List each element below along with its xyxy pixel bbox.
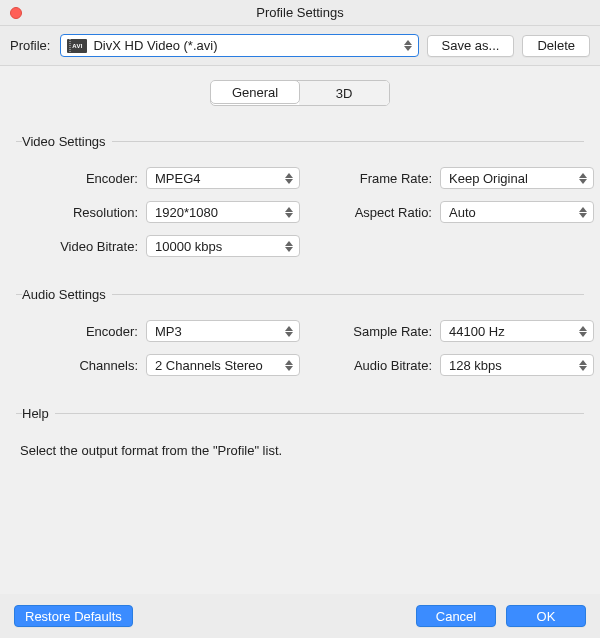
video-encoder-value: MPEG4 [155, 171, 201, 186]
video-bitrate-label: Video Bitrate: [16, 239, 146, 254]
chevron-updown-icon [579, 168, 587, 188]
video-encoder-select[interactable]: MPEG4 [146, 167, 300, 189]
audio-settings-legend: Audio Settings [22, 287, 112, 302]
help-group: Help Select the output format from the "… [16, 406, 584, 458]
content-area: General 3D Video Settings Encoder: MPEG4… [0, 66, 600, 468]
chevron-updown-icon [579, 321, 587, 341]
sample-rate-label: Sample Rate: [300, 324, 440, 339]
audio-encoder-value: MP3 [155, 324, 182, 339]
restore-defaults-button[interactable]: Restore Defaults [14, 605, 133, 627]
help-text: Select the output format from the "Profi… [20, 443, 584, 458]
ok-button[interactable]: OK [506, 605, 586, 627]
channels-value: 2 Channels Stereo [155, 358, 263, 373]
chevron-updown-icon [579, 355, 587, 375]
audio-bitrate-select[interactable]: 128 kbps [440, 354, 594, 376]
titlebar: Profile Settings [0, 0, 600, 26]
chevron-updown-icon [285, 355, 293, 375]
resolution-label: Resolution: [16, 205, 146, 220]
aspect-ratio-select[interactable]: Auto [440, 201, 594, 223]
chevron-updown-icon [285, 202, 293, 222]
chevron-updown-icon [285, 168, 293, 188]
cancel-button[interactable]: Cancel [416, 605, 496, 627]
chevron-updown-icon [285, 236, 293, 256]
chevron-updown-icon [285, 321, 293, 341]
resolution-value: 1920*1080 [155, 205, 218, 220]
toolbar: Profile: AVI DivX HD Video (*.avi) Save … [0, 26, 600, 66]
delete-button[interactable]: Delete [522, 35, 590, 57]
tab-row: General 3D [16, 80, 584, 106]
audio-bitrate-label: Audio Bitrate: [300, 358, 440, 373]
file-format-icon: AVI [67, 39, 87, 53]
audio-encoder-select[interactable]: MP3 [146, 320, 300, 342]
video-bitrate-value: 10000 kbps [155, 239, 222, 254]
frame-rate-select[interactable]: Keep Original [440, 167, 594, 189]
resolution-select[interactable]: 1920*1080 [146, 201, 300, 223]
profile-label: Profile: [10, 38, 50, 53]
video-bitrate-select[interactable]: 10000 kbps [146, 235, 300, 257]
video-settings-legend: Video Settings [22, 134, 112, 149]
audio-encoder-label: Encoder: [16, 324, 146, 339]
video-settings-group: Video Settings Encoder: MPEG4 Frame Rate… [16, 134, 584, 257]
tab-3d[interactable]: 3D [299, 81, 389, 105]
frame-rate-value: Keep Original [449, 171, 528, 186]
audio-settings-group: Audio Settings Encoder: MP3 Sample Rate:… [16, 287, 584, 376]
channels-label: Channels: [16, 358, 146, 373]
channels-select[interactable]: 2 Channels Stereo [146, 354, 300, 376]
tab-segment: General 3D [210, 80, 390, 106]
save-as-button[interactable]: Save as... [427, 35, 515, 57]
window-title: Profile Settings [256, 5, 343, 20]
chevron-updown-icon [404, 35, 412, 56]
help-legend: Help [22, 406, 55, 421]
aspect-ratio-label: Aspect Ratio: [300, 205, 440, 220]
close-window-button[interactable] [10, 7, 22, 19]
audio-bitrate-value: 128 kbps [449, 358, 502, 373]
profile-select[interactable]: AVI DivX HD Video (*.avi) [60, 34, 418, 57]
profile-select-value: DivX HD Video (*.avi) [93, 38, 217, 53]
video-encoder-label: Encoder: [16, 171, 146, 186]
sample-rate-value: 44100 Hz [449, 324, 505, 339]
sample-rate-select[interactable]: 44100 Hz [440, 320, 594, 342]
footer: Restore Defaults Cancel OK [0, 594, 600, 638]
tab-general[interactable]: General [210, 80, 300, 104]
aspect-ratio-value: Auto [449, 205, 476, 220]
frame-rate-label: Frame Rate: [300, 171, 440, 186]
chevron-updown-icon [579, 202, 587, 222]
